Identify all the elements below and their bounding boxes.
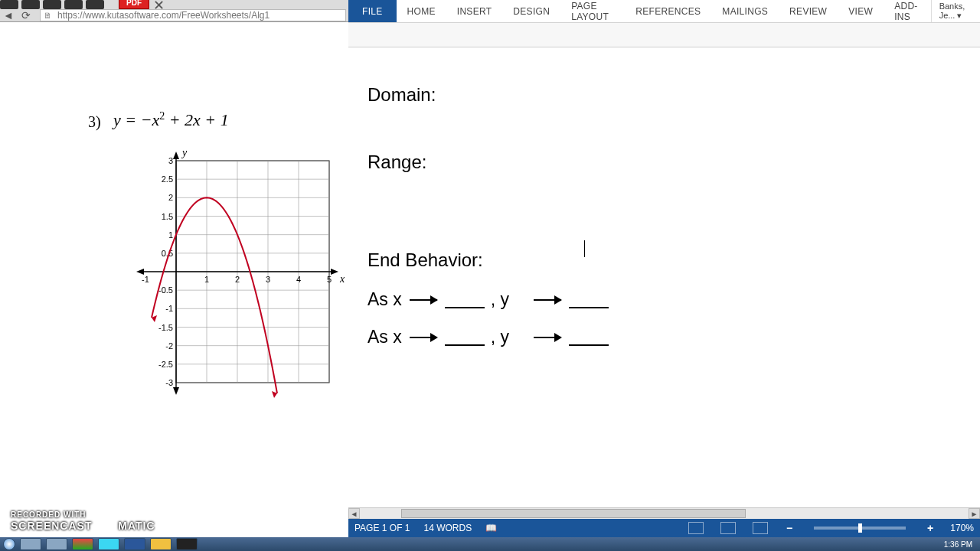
watermark-line2b: MATIC [118, 520, 155, 532]
web-layout-icon[interactable] [753, 522, 768, 534]
arrow-icon [534, 337, 561, 338]
document-body[interactable]: Domain: Range: End Behavior: As x , y As… [368, 84, 965, 364]
as-x-text: As x [368, 327, 402, 347]
browser-toolbar: PDF ✕ ◄ ⟳ https://www.kutasoftware.com/F… [0, 0, 348, 22]
ribbon-tab-references[interactable]: REFERENCES [625, 0, 711, 22]
taskbar-app-icon[interactable] [46, 538, 67, 550]
svg-text:2: 2 [235, 275, 240, 284]
svg-text:-1: -1 [165, 304, 173, 313]
pdf-browser-pane: PDF ✕ ◄ ⟳ https://www.kutasoftware.com/F… [0, 0, 348, 551]
svg-text:2: 2 [168, 193, 173, 202]
svg-text:0.5: 0.5 [162, 249, 173, 258]
reload-icon[interactable]: ⟳ [21, 9, 31, 21]
system-clock[interactable]: 1:36 PM [939, 540, 977, 549]
explorer-icon[interactable] [20, 538, 41, 550]
word-window: FILEHOMEINSERTDESIGNPAGE LAYOUTREFERENCE… [348, 0, 980, 551]
start-button[interactable] [3, 538, 15, 550]
comma-y-text: , y [491, 327, 509, 347]
svg-text:-2.5: -2.5 [158, 360, 173, 369]
svg-marker-25 [173, 387, 179, 395]
ribbon-tab-review[interactable]: REVIEW [779, 0, 838, 22]
blank-field[interactable] [569, 295, 609, 308]
ribbon-tab-add-ins[interactable]: ADD-INS [884, 0, 931, 22]
ribbon-tab-home[interactable]: HOME [397, 0, 446, 22]
screencast-watermark: RECORDED WITH SCREENCAST MATIC [11, 510, 155, 534]
arrow-icon [410, 337, 437, 338]
nav-back-icon[interactable]: ◄ [3, 9, 14, 21]
browser-forward-icon[interactable] [21, 0, 40, 9]
watermark-line2a: SCREENCAST [11, 520, 92, 532]
end-behavior-label: End Behavior: [368, 249, 965, 271]
svg-text:y: y [181, 147, 188, 158]
taskbar-app-icon[interactable] [176, 538, 198, 550]
svg-text:-1.5: -1.5 [158, 323, 173, 332]
ribbon-tab-page-layout[interactable]: PAGE LAYOUT [560, 0, 625, 22]
browser-print-icon[interactable] [86, 0, 104, 9]
svg-text:1: 1 [204, 275, 209, 284]
read-mode-icon[interactable] [688, 522, 704, 534]
end-behavior-line-2: As x , y [368, 327, 965, 347]
blank-field[interactable] [569, 332, 609, 346]
proofing-icon[interactable]: 📖 [485, 523, 497, 533]
word-count[interactable]: 14 WORDS [423, 523, 472, 533]
svg-text:5: 5 [327, 275, 332, 284]
domain-label: Domain: [368, 84, 965, 106]
ribbon-tabs: FILEHOMEINSERTDESIGNPAGE LAYOUTREFERENCE… [348, 0, 980, 23]
page-indicator[interactable]: PAGE 1 OF 1 [354, 523, 410, 533]
browser-home-icon[interactable] [43, 0, 61, 9]
svg-text:1: 1 [168, 230, 173, 240]
scroll-thumb[interactable] [401, 509, 746, 518]
zoom-level[interactable]: 170% [950, 523, 974, 533]
svg-text:1.5: 1.5 [162, 212, 173, 221]
problem-number: 3) [88, 113, 101, 131]
ribbon-tab-insert[interactable]: INSERT [446, 0, 503, 22]
ribbon-tab-view[interactable]: VIEW [838, 0, 884, 22]
zoom-slider[interactable] [814, 527, 906, 530]
watermark-logo-icon [97, 519, 113, 534]
zoom-in-button[interactable]: + [924, 522, 936, 534]
ribbon-band [348, 23, 980, 47]
windows-taskbar[interactable]: 1:36 PM [0, 537, 980, 551]
status-bar: PAGE 1 OF 1 14 WORDS 📖 − + 170% [348, 519, 980, 537]
svg-text:-0.5: -0.5 [158, 285, 173, 295]
text-caret [584, 240, 585, 257]
arrow-icon [534, 299, 561, 301]
svg-text:-1: -1 [142, 275, 149, 284]
chrome-icon[interactable] [72, 538, 93, 550]
ie-icon[interactable] [98, 538, 119, 550]
blank-field[interactable] [445, 332, 485, 346]
as-x-text: As x [368, 289, 402, 310]
svg-marker-23 [136, 269, 144, 275]
ribbon-tab-design[interactable]: DESIGN [502, 0, 560, 22]
watermark-line1: RECORDED WITH [11, 510, 155, 519]
svg-text:4: 4 [296, 275, 301, 284]
svg-marker-22 [331, 269, 338, 275]
svg-text:3: 3 [168, 156, 173, 165]
url-bar[interactable]: https://www.kutasoftware.com/FreeWorkshe… [40, 9, 346, 21]
svg-text:x: x [339, 273, 345, 285]
svg-text:-3: -3 [165, 378, 173, 387]
zoom-out-button[interactable]: − [783, 522, 795, 534]
arrow-icon [410, 299, 437, 301]
account-name[interactable]: Banks, Je... ▾ [931, 0, 980, 22]
browser-back-icon[interactable] [0, 0, 18, 9]
blank-field[interactable] [445, 295, 485, 308]
browser-icon-row [0, 0, 104, 9]
horizontal-scrollbar[interactable]: ◄ ► [348, 507, 980, 519]
word-icon[interactable] [124, 538, 145, 550]
ribbon-tab-file[interactable]: FILE [348, 0, 397, 22]
graph: xy-3-2.5-2-1.5-1-0.50.511.522.53-112345 [92, 142, 345, 402]
end-behavior-line-1: As x , y [368, 289, 965, 310]
svg-text:2.5: 2.5 [162, 174, 173, 184]
print-layout-icon[interactable] [720, 522, 736, 534]
scroll-track[interactable] [360, 508, 969, 519]
range-label: Range: [368, 152, 965, 173]
taskbar-app-icon[interactable] [150, 538, 172, 550]
problem-equation: y = −x2 + 2x + 1 [113, 110, 229, 130]
scroll-left-icon[interactable]: ◄ [348, 508, 360, 519]
browser-home2-icon[interactable] [64, 0, 83, 9]
scroll-right-icon[interactable]: ► [969, 508, 980, 519]
comma-y-text: , y [491, 289, 509, 310]
pdf-badge: PDF [119, 0, 149, 9]
ribbon-tab-mailings[interactable]: MAILINGS [711, 0, 779, 22]
